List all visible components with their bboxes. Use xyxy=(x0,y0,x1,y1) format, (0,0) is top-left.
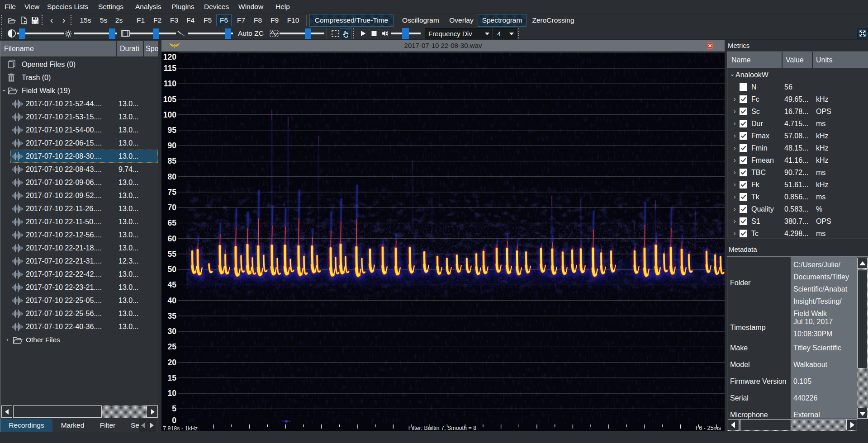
svg-text:5: 5 xyxy=(172,404,176,413)
svg-text:F6 - 25ms: F6 - 25ms xyxy=(696,425,721,431)
svg-text:85: 85 xyxy=(168,156,177,165)
svg-text:10: 10 xyxy=(168,389,177,398)
svg-text:75: 75 xyxy=(168,188,177,197)
svg-text:120: 120 xyxy=(163,52,176,61)
svg-text:100: 100 xyxy=(163,110,176,119)
svg-text:90: 90 xyxy=(168,141,177,150)
svg-text:Filter: Builtin 7, Smooth = 8: Filter: Builtin 7, Smooth = 8 xyxy=(408,425,476,431)
svg-text:95: 95 xyxy=(168,126,177,135)
svg-text:60: 60 xyxy=(168,234,177,243)
svg-text:45: 45 xyxy=(168,280,177,289)
svg-text:115: 115 xyxy=(164,64,176,73)
svg-text:105: 105 xyxy=(163,95,176,104)
svg-text:110: 110 xyxy=(164,79,176,88)
svg-text:35: 35 xyxy=(168,311,177,320)
svg-text:70: 70 xyxy=(168,203,177,212)
svg-text:40: 40 xyxy=(168,296,177,305)
svg-text:50: 50 xyxy=(168,265,177,274)
svg-text:0: 0 xyxy=(172,416,176,425)
svg-text:15: 15 xyxy=(168,373,177,382)
svg-text:65: 65 xyxy=(168,218,177,227)
svg-text:7.918s - 1kHz: 7.918s - 1kHz xyxy=(163,425,198,431)
svg-text:20: 20 xyxy=(168,358,177,367)
svg-text:30: 30 xyxy=(168,327,177,336)
svg-text:25: 25 xyxy=(168,342,177,351)
svg-text:80: 80 xyxy=(168,172,177,181)
svg-text:55: 55 xyxy=(168,250,177,259)
